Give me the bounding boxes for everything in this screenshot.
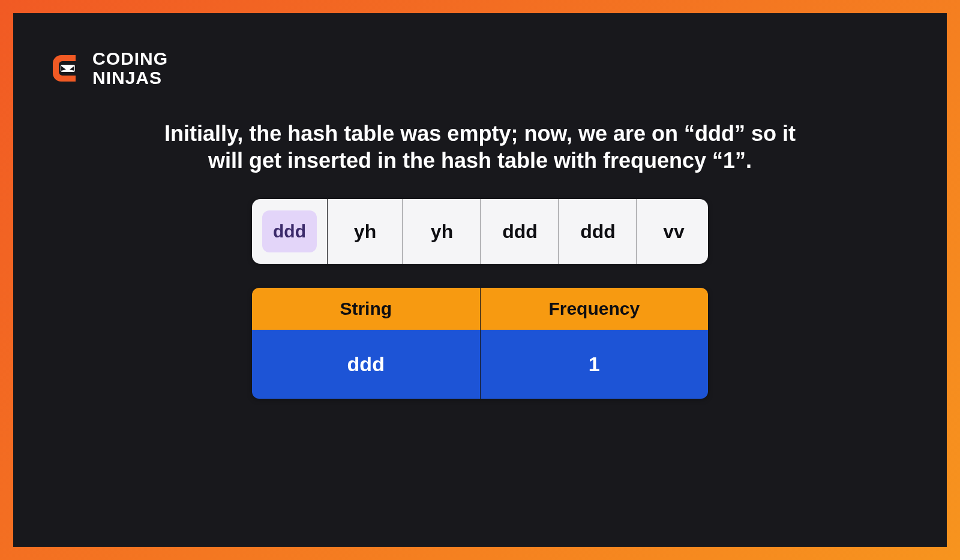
hash-row-frequency: 1	[481, 330, 709, 399]
hash-table-row: ddd 1	[252, 330, 708, 399]
brand-line-2: NINJAS	[92, 68, 168, 88]
array-cell: vv	[637, 199, 708, 264]
input-array: ddd yh yh ddd ddd vv	[252, 199, 708, 264]
hash-header-string: String	[252, 288, 481, 330]
array-cell: yh	[328, 199, 403, 264]
slide-frame: CODING NINJAS Initially, the hash table …	[13, 13, 947, 547]
brand-logo: CODING NINJAS	[49, 49, 911, 87]
explanation-text: Initially, the hash table was empty; now…	[156, 120, 804, 174]
brand-logo-icon	[49, 52, 83, 85]
hash-row-string: ddd	[252, 330, 481, 399]
brand-line-1: CODING	[92, 49, 168, 68]
hash-header-frequency: Frequency	[481, 288, 709, 330]
hash-table-header: String Frequency	[252, 288, 708, 330]
array-cell: ddd	[481, 199, 559, 264]
array-cell-highlight: ddd	[262, 210, 317, 252]
brand-logo-text: CODING NINJAS	[92, 49, 168, 87]
array-cell: ddd	[559, 199, 637, 264]
slide-content: Initially, the hash table was empty; now…	[49, 120, 911, 399]
array-cell: yh	[403, 199, 481, 264]
array-cell: ddd	[252, 199, 328, 264]
hash-table: String Frequency ddd 1	[252, 288, 708, 399]
